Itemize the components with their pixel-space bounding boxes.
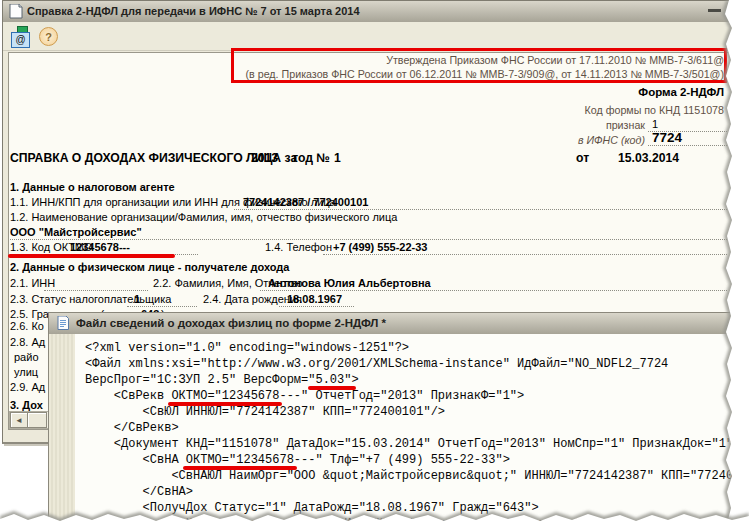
priznak-value: 1 [652, 118, 658, 130]
main-window-title: Справка 2-НДФЛ для передачи в ИФНС № 7 о… [27, 5, 360, 17]
annotation-underline-oktmo-svrekv [168, 402, 282, 406]
knd-code-label: Код формы по КНД 1151078 [585, 104, 724, 116]
annotation-box-approval [231, 48, 727, 83]
xml-line[interactable]: <?xml version="1.0" encoding="windows-12… [85, 340, 749, 356]
org-name-value: ООО "Майстройсервис" [10, 226, 142, 238]
xml-code[interactable]: <?xml version="1.0" encoding="windows-12… [85, 340, 749, 531]
status-value: 1 [134, 293, 140, 305]
annotation-underline-oktmo-svna [183, 466, 297, 470]
section2-heading: 2. Данные о физическом лице - получателе… [10, 261, 289, 273]
fio-value: Антонова Юлия Альбертовна [268, 277, 431, 289]
document-icon [9, 4, 23, 23]
xml-line[interactable]: ВерсПрог="1С:ЗУП 2.5" ВерсФорм="5.03"> [85, 372, 749, 388]
certificate-num: 1 [334, 151, 341, 165]
clipped-field-label: 2.6. Ко [10, 320, 44, 332]
hscrollbar-thumb[interactable] [27, 412, 47, 428]
section3-heading: 3. Дох [10, 399, 43, 411]
clipped-field-label: улиц [14, 366, 38, 378]
clipped-field-label: райо [14, 351, 39, 363]
export-button[interactable]: @ [8, 25, 32, 48]
scroll-left-arrow-icon[interactable]: ◄ [10, 412, 28, 428]
certificate-year: 2013 [251, 151, 278, 165]
annotation-underline-oktmo-form [8, 254, 175, 258]
screenshot-root: Справка 2-НДФЛ для передачи в ИФНС № 7 о… [0, 0, 749, 531]
clipped-field-label: 2.9. Ад [10, 381, 45, 393]
xml-window-left-margin [49, 334, 75, 531]
xml-line[interactable]: </СвРекв> [85, 420, 749, 436]
xml-line[interactable]: <СвЮЛ ИННЮЛ="7724142387" КПП="772400101"… [85, 404, 749, 420]
help-button[interactable]: ? [39, 27, 58, 46]
inn-kpp-value: 7724142387 / 772400101 [243, 196, 368, 208]
certificate-date: 15.03.2014 [618, 151, 679, 165]
torn-edge-bottom [0, 505, 749, 531]
birthdate-value: 18.08.1967 [287, 293, 342, 305]
question-mark-icon: ? [45, 31, 52, 43]
certificate-from-label: от [576, 151, 589, 165]
section1-heading: 1. Данные о налоговом агенте [10, 181, 175, 193]
status-label: 2.3. Статус налогоплательщика [10, 293, 171, 305]
xml-line[interactable]: <СвНАЮЛ НаимОрг="ООО &quot;Майстройсерви… [85, 468, 749, 484]
torn-edge-right [715, 0, 749, 531]
form-name-label: Форма 2-НДФЛ [638, 86, 724, 98]
clipped-field-label: 2.8. Ад [10, 336, 45, 348]
oktmo-value: 12345678--- [70, 241, 130, 253]
at-sign-icon: @ [11, 32, 30, 48]
phone-value: +7 (499) 555-22-33 [333, 241, 427, 253]
ifns-value: 7724 [652, 130, 682, 145]
text-file-icon [57, 316, 69, 334]
ifns-label: в ИФНС (код) [578, 134, 645, 146]
inn-person-label: 2.1. ИНН [10, 277, 55, 289]
xml-line[interactable]: <Документ КНД="1151078" ДатаДок="15.03.2… [85, 436, 749, 452]
org-name-label: 1.2. Наименование организации/Фамилия, и… [10, 211, 397, 223]
main-toolbar [3, 22, 746, 51]
phone-label: 1.4. Телефон [265, 241, 332, 253]
xml-line[interactable]: <Файл xmlns:xsi="http://www.w3.org/2001/… [85, 356, 749, 372]
main-window-titlebar[interactable]: Справка 2-НДФЛ для передачи в ИФНС № 7 о… [3, 1, 746, 23]
annotation-underline-versform [308, 386, 356, 390]
inn-person-underline [44, 278, 148, 291]
priznak-label: признак [606, 119, 645, 131]
xml-window-title: Файл сведений о доходах физлиц по форме … [76, 317, 386, 329]
certificate-num-label: год № [293, 151, 330, 165]
xml-window-titlebar[interactable]: Файл сведений о доходах физлиц по форме … [49, 313, 749, 335]
xml-line[interactable]: </СвНА> [85, 484, 749, 500]
